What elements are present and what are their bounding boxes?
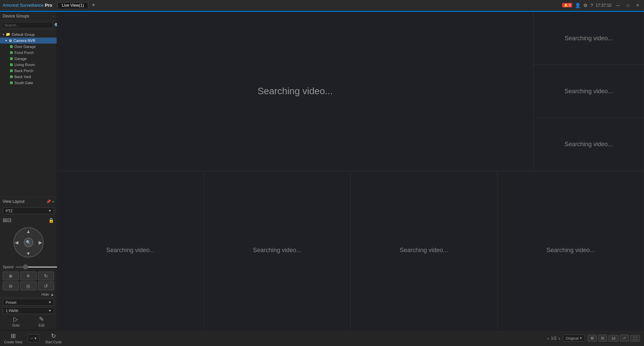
tree-item-over-garage[interactable]: Over Garage <box>0 44 57 50</box>
tree-item-garage[interactable]: Garage <box>0 56 57 62</box>
ptz-dropdown[interactable]: PTZ ▾ <box>3 207 54 214</box>
tree-item-front-porch[interactable]: Front Porch <box>0 50 57 56</box>
preset-dropdown[interactable]: Preset ▾ <box>3 299 54 306</box>
preset-park-dropdown[interactable]: 1 PARK ▾ <box>3 307 54 314</box>
layout-4x4-button[interactable]: 16 <box>608 335 619 342</box>
prev-page-button[interactable]: ‹ <box>547 336 549 341</box>
video-cell-side-3[interactable]: Searching video... <box>533 118 644 171</box>
bell-icon: 🔔 <box>564 3 568 7</box>
cam-status-icon <box>10 75 13 78</box>
titlebar-right: 🔔 0 👤 ⚙ ? 17:37:10 — □ ✕ <box>562 3 641 8</box>
start-cycle-button[interactable]: ↻ Start Cycle <box>45 332 62 344</box>
layout-grid-icon[interactable]: ⊞ <box>3 217 7 223</box>
create-view-icon: ⊞ <box>11 332 16 340</box>
app-name-suffix: Pro <box>45 3 52 8</box>
video-cell-side-2[interactable]: Searching video... <box>533 65 644 118</box>
chevron-down-icon[interactable]: ▾ <box>52 200 54 204</box>
ptz-focus-button[interactable]: ◎ <box>20 282 36 290</box>
speed-slider[interactable] <box>15 267 59 268</box>
device-groups-header[interactable]: Device Groups › <box>0 12 57 21</box>
layout-toolbar: ⊞ ⊟ 16 ⤢ ⛶ <box>588 335 640 342</box>
pin-icon[interactable]: 📌 <box>46 199 51 204</box>
view-layout-header[interactable]: View Layout 📌 ▾ <box>0 197 57 206</box>
edit-preset-button[interactable]: ✎ Edit <box>39 315 44 327</box>
tree-item-back-porch[interactable]: Back Porch <box>0 68 57 74</box>
quality-dropdown[interactable]: Original ▾ <box>563 335 585 342</box>
ptz-control: ▲ ▼ ◀ ▶ 🔍 <box>12 227 45 261</box>
camera-name: Garage <box>14 57 27 61</box>
gear-icon[interactable]: ⚙ <box>583 3 588 8</box>
maximize-button[interactable]: □ <box>625 3 631 8</box>
ptz-circle: ▲ ▼ ◀ ▶ 🔍 <box>13 227 44 257</box>
video-cell-side-1[interactable]: Searching video... <box>533 12 644 65</box>
tree-item-camera-nvr[interactable]: ▾ 🖥 Camera NVR <box>0 38 57 44</box>
zoom-icon: 🔍 <box>26 240 31 245</box>
ptz-zoom-out-button[interactable]: ⊖ <box>3 282 19 290</box>
ptz-pan-button[interactable]: ✛ <box>20 272 36 280</box>
expand-button[interactable]: ⤢ <box>620 335 629 342</box>
goto-icon: ▷ <box>13 315 18 323</box>
video-cell-bottom-1[interactable]: Searching video... <box>57 171 204 330</box>
camera-name: Over Garage <box>14 45 36 49</box>
ptz-center-button[interactable]: 🔍 <box>24 238 33 247</box>
app-title: Amcrest Surveillance Pro <box>3 3 52 8</box>
layout-2x2-button[interactable]: ⊞ <box>588 335 597 342</box>
goto-label: Goto <box>12 324 20 327</box>
tab-live-view[interactable]: Live View(1) <box>57 2 88 8</box>
user-icon[interactable]: 👤 <box>575 3 581 8</box>
cam-status-icon <box>10 51 13 54</box>
next-page-button[interactable]: › <box>558 336 560 341</box>
camera-nvr-label: Camera NVR <box>13 39 35 43</box>
hide-row[interactable]: Hide ▲ <box>0 292 57 297</box>
cam-status-icon <box>10 63 13 66</box>
device-tree: ▾ 📁 Default Group ▾ 🖥 Camera NVR Over Ga… <box>0 30 57 197</box>
video-cell-bottom-4[interactable]: Searching video... <box>497 171 644 330</box>
fullscreen-button[interactable]: ⛶ <box>630 335 640 342</box>
video-cell-bottom-3[interactable]: Searching video... <box>351 171 497 330</box>
ptz-down-button[interactable]: ▼ <box>26 251 31 256</box>
tree-item-living-room[interactable]: Living Room <box>0 62 57 68</box>
ptz-rotate-ccw-button[interactable]: ↺ <box>38 282 54 290</box>
chevron-right-icon: › <box>53 14 54 18</box>
minimize-button[interactable]: — <box>614 3 622 8</box>
create-view-button[interactable]: ⊞ Create View <box>4 332 22 344</box>
layout-lock-icon[interactable]: 🔒 <box>48 218 54 223</box>
folder-icon: 📁 <box>6 32 10 37</box>
sidebar: Device Groups › 🔍 ▾ 📁 Default Group ▾ 🖥 … <box>0 12 57 330</box>
tree-item-south-gate[interactable]: South Gate <box>0 80 57 86</box>
tree-item-default-group[interactable]: ▾ 📁 Default Group <box>0 31 57 38</box>
ptz-right-button[interactable]: ▶ <box>39 240 42 245</box>
goto-button[interactable]: ▷ Goto <box>12 315 20 327</box>
separator-label: -- <box>31 336 33 341</box>
tree-item-back-yard[interactable]: Back Yard <box>0 74 57 80</box>
add-tab-button[interactable]: + <box>90 2 97 9</box>
bottom-right: ‹ 1/2 › Original ▾ ⊞ ⊟ 16 ⤢ ⛶ <box>547 335 640 342</box>
separator-dropdown[interactable]: -- ▾ <box>28 334 40 342</box>
speed-row: Speed <box>0 264 57 270</box>
video-area: Searching video... Searching video... Se… <box>57 12 644 330</box>
search-input[interactable] <box>2 22 53 28</box>
layout-4grid-icon[interactable]: ⊟ <box>7 217 11 223</box>
preset-label: Preset <box>6 300 16 304</box>
hide-label: Hide <box>41 292 49 296</box>
preset-park-label: 1 PARK <box>6 309 18 313</box>
ptz-zoom-in-button[interactable]: ⊕ <box>3 272 19 280</box>
notification-badge[interactable]: 🔔 0 <box>562 3 573 7</box>
monitor-icon: 🖥 <box>8 39 12 43</box>
cam-status-icon <box>10 57 13 60</box>
page-info: 1/2 <box>551 336 556 341</box>
cycle-icon: ↻ <box>51 332 56 340</box>
layout-3x3-button[interactable]: ⊟ <box>598 335 607 342</box>
notification-count: 0 <box>569 3 571 7</box>
default-group-label: Default Group <box>12 33 35 37</box>
main-area: Device Groups › 🔍 ▾ 📁 Default Group ▾ 🖥 … <box>0 12 644 330</box>
titlebar: Amcrest Surveillance Pro Live View(1) + … <box>0 0 644 11</box>
ptz-rotate-cw-button[interactable]: ↻ <box>38 272 54 280</box>
video-cell-main[interactable]: Searching video... <box>57 12 533 171</box>
close-button[interactable]: ✕ <box>634 3 641 8</box>
ptz-left-button[interactable]: ◀ <box>15 240 18 245</box>
searching-text-side-1: Searching video... <box>565 35 613 42</box>
question-icon[interactable]: ? <box>590 3 593 8</box>
ptz-up-button[interactable]: ▲ <box>26 229 31 234</box>
video-cell-bottom-2[interactable]: Searching video... <box>204 171 351 330</box>
